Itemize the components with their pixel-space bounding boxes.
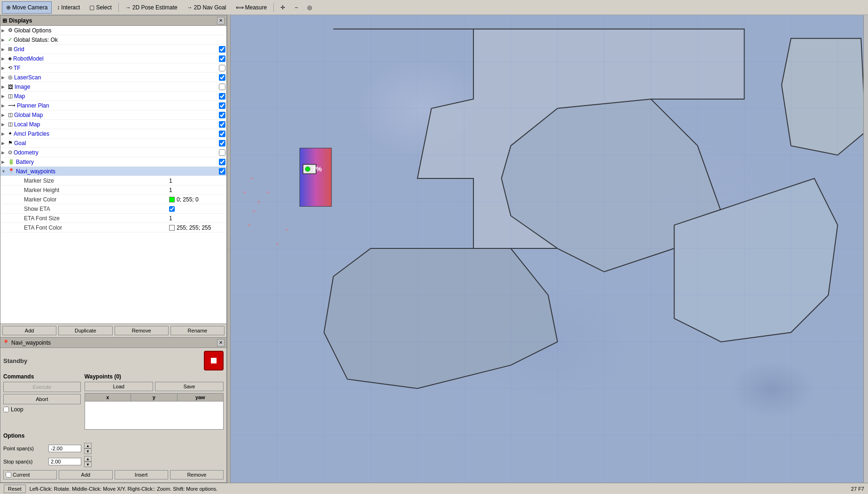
- map-checkbox[interactable]: [219, 93, 225, 100]
- tf-checkbox[interactable]: [219, 65, 225, 71]
- insert-button[interactable]: Insert: [115, 470, 168, 479]
- navi-wp-label: Navi_waypoints: [16, 168, 219, 175]
- abort-red-button[interactable]: ⏹: [204, 351, 224, 370]
- tree-item-map[interactable]: ▶ ◫ Map: [0, 92, 226, 101]
- tree-item-navi-waypoints[interactable]: ▼ 📍 Navi_waypoints: [0, 167, 226, 176]
- expand-arrow: ▶: [1, 122, 8, 127]
- goal-checkbox[interactable]: [219, 140, 225, 147]
- select-button[interactable]: ▢ Select: [85, 1, 116, 14]
- execute-button[interactable]: Execute: [3, 382, 81, 392]
- measure-button[interactable]: ⟺ Measure: [232, 1, 271, 14]
- tree-item-global-map[interactable]: ▶ ◫ Global Map: [0, 110, 226, 120]
- stop-span-up[interactable]: ▲: [84, 456, 92, 462]
- local-map-checkbox[interactable]: [219, 121, 225, 128]
- show-eta-label: Show ETA: [24, 206, 169, 212]
- load-button[interactable]: Load: [85, 382, 153, 391]
- global-map-checkbox[interactable]: [219, 112, 225, 118]
- navi-top-row: Standby ⏹: [3, 351, 224, 370]
- expand-arrow: ▶: [1, 75, 8, 80]
- battery-icon: 🔋: [8, 159, 15, 165]
- marker-height-label: Marker Height: [24, 187, 169, 193]
- planner-plan-checkbox[interactable]: [219, 102, 225, 109]
- navi-panel-close-button[interactable]: ✕: [217, 339, 225, 347]
- toolbar-extra-3[interactable]: ◎: [303, 1, 316, 14]
- displays-footer: Add Duplicate Remove Rename: [0, 324, 226, 337]
- tree-item-battery[interactable]: ▶ 🔋 Battery: [0, 157, 226, 167]
- map-area[interactable]: 7%: [231, 15, 868, 483]
- tree-item-robot-model[interactable]: ▶ ◈ RobotModel: [0, 54, 226, 63]
- waypoints-table-body: [85, 401, 224, 430]
- marker-height-value: 1: [169, 187, 225, 193]
- tf-label: TF: [14, 65, 219, 71]
- remove-display-button[interactable]: Remove: [115, 326, 169, 335]
- navi-wp-icon: 📍: [8, 168, 15, 174]
- tree-item-global-options[interactable]: ▶ ⚙ Global Options: [0, 26, 226, 35]
- stop-span-down[interactable]: ▼: [84, 462, 92, 467]
- tree-item-amcl[interactable]: ▶ ✦ Amcl Particles: [0, 129, 226, 139]
- navi-panel-header: 📍 Navi_waypoints ✕: [0, 338, 226, 348]
- displays-close-button[interactable]: ✕: [217, 17, 225, 24]
- tree-item-tf[interactable]: ▶ ⟲ TF: [0, 63, 226, 73]
- show-eta-checkbox[interactable]: [169, 206, 175, 212]
- image-checkbox[interactable]: [219, 84, 225, 90]
- navi-wp-expand-arrow: ▼: [1, 169, 8, 174]
- tree-item-planner-plan[interactable]: ▶ ⟿ Planner Plan: [0, 101, 226, 110]
- navi-waypoints-panel: 📍 Navi_waypoints ✕ Standby ⏹ Commands Ex…: [0, 338, 227, 483]
- map-scrollbar[interactable]: [863, 15, 868, 483]
- pose-estimate-button[interactable]: → 2D Pose Estimate: [121, 1, 182, 14]
- left-panel: ⊞ Displays ✕ ▶ ⚙ Global Options ▶ ✓ Glob…: [0, 15, 227, 483]
- reset-button[interactable]: Reset: [4, 485, 26, 493]
- odometry-checkbox[interactable]: [219, 149, 225, 156]
- expand-arrow: ▶: [1, 160, 8, 164]
- global-map-label: Global Map: [14, 112, 219, 118]
- loop-checkbox[interactable]: [3, 407, 9, 412]
- tree-item-image[interactable]: ▶ 🖼 Image: [0, 82, 226, 92]
- grid-icon: ⊞: [8, 46, 12, 52]
- nav-goal-label: 2D Nav Goal: [194, 4, 226, 11]
- remove-wp-button[interactable]: Remove: [170, 470, 224, 479]
- waypoints-table-header: x y yaw: [85, 393, 224, 401]
- navi-wp-checkbox[interactable]: [219, 168, 225, 175]
- duplicate-display-button[interactable]: Duplicate: [58, 326, 112, 335]
- stop-span-label: Stop span(s): [3, 459, 46, 464]
- point-span-input[interactable]: [48, 445, 81, 452]
- grid-checkbox[interactable]: [219, 46, 225, 53]
- tree-item-grid[interactable]: ▶ ⊞ Grid: [0, 45, 226, 54]
- marker-color-value: 0; 255; 0: [169, 196, 225, 203]
- nav-goal-button[interactable]: → 2D Nav Goal: [183, 1, 231, 14]
- tree-item-local-map[interactable]: ▶ ◫ Local Map: [0, 120, 226, 129]
- tree-item-goal[interactable]: ▶ ⚑ Goal: [0, 139, 226, 148]
- robot-model-checkbox[interactable]: [219, 55, 225, 62]
- current-checkbox[interactable]: [6, 472, 11, 478]
- tree-item-global-status[interactable]: ▶ ✓ Global Status: Ok: [0, 35, 226, 45]
- add-wp-button[interactable]: Add: [59, 470, 112, 479]
- save-button[interactable]: Save: [155, 382, 224, 391]
- tree-item-odometry[interactable]: ▶ ⊙ Odometry: [0, 148, 226, 157]
- eta-font-size-value: 1: [169, 215, 225, 222]
- move-camera-button[interactable]: ⊕ Move Camera: [2, 1, 52, 14]
- point-span-up[interactable]: ▲: [84, 443, 92, 448]
- add-display-button[interactable]: Add: [2, 326, 56, 335]
- marker-color-swatch[interactable]: [169, 197, 175, 202]
- resize-handle[interactable]: ⋮: [227, 15, 231, 483]
- rename-display-button[interactable]: Rename: [170, 326, 225, 335]
- laser-scan-checkbox[interactable]: [219, 74, 225, 81]
- toolbar-extra-2[interactable]: −: [290, 1, 302, 14]
- interact-button[interactable]: ↕ Interact: [53, 1, 84, 14]
- wpt-col-x: x: [85, 394, 131, 401]
- pose-estimate-label: 2D Pose Estimate: [132, 4, 178, 11]
- eta-font-color-swatch[interactable]: [169, 225, 175, 231]
- battery-checkbox[interactable]: [219, 159, 225, 165]
- stop-span-input[interactable]: [48, 458, 81, 465]
- eta-font-size-label: ETA Font Size: [24, 215, 169, 222]
- current-button[interactable]: Current: [3, 470, 57, 479]
- toolbar-extra-1[interactable]: ✛: [276, 1, 289, 14]
- tree-item-laser-scan[interactable]: ▶ ◎ LaserScan: [0, 73, 226, 82]
- amcl-checkbox[interactable]: [219, 131, 225, 137]
- abort-command-button[interactable]: Abort: [3, 394, 81, 404]
- point-span-down[interactable]: ▼: [84, 448, 92, 454]
- global-options-icon: ⚙: [8, 27, 13, 33]
- navi-panel-content: Standby ⏹ Commands Execute Abort Loop: [0, 348, 226, 482]
- waypoints-bottom-toolbar: Current Add Insert Remove: [3, 470, 224, 479]
- select-label: Select: [96, 4, 111, 11]
